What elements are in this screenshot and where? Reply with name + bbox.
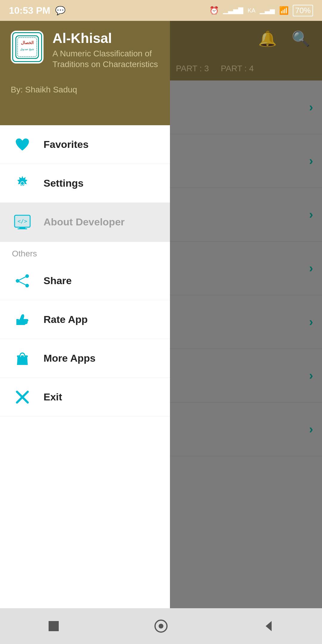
menu-item-settings[interactable]: Settings: [0, 164, 170, 203]
svg-line-16: [18, 281, 27, 286]
signal-icon-1: ▁▃▅▇: [223, 7, 243, 14]
nav-bar: [0, 608, 322, 644]
nav-square-button[interactable]: [42, 614, 66, 638]
status-time: 10:53 PM: [9, 5, 50, 16]
svg-rect-20: [49, 621, 59, 631]
whatsapp-icon: 💬: [55, 6, 66, 16]
app-author: By: Shaikh Saduq: [11, 85, 159, 95]
app-icon-svg: الخصال شيخ صدوق: [15, 35, 39, 59]
menu-item-rate-app[interactable]: Rate App: [0, 300, 170, 339]
settings-icon: [12, 173, 33, 194]
svg-rect-11: [18, 228, 27, 229]
share-label: Share: [44, 275, 72, 287]
drawer-menu: Favorites Settings </>: [0, 125, 170, 644]
app-icon: الخصال شيخ صدوق: [12, 32, 42, 62]
signal-icon-2: ▁▃▅: [260, 7, 275, 14]
svg-rect-0: [16, 36, 38, 58]
alarm-icon: ⏰: [209, 6, 219, 15]
menu-item-about-developer[interactable]: </> About Developer: [0, 203, 170, 242]
svg-marker-23: [266, 621, 272, 631]
app-name: Al-Khisal: [52, 31, 159, 46]
app-info-row: الخصال شيخ صدوق Al-Khisal A Numeric Clas…: [11, 31, 159, 70]
developer-icon: </>: [12, 212, 33, 233]
menu-item-share[interactable]: Share: [0, 261, 170, 300]
svg-text:شيخ صدوق: شيخ صدوق: [20, 47, 34, 51]
app-icon-wrapper: الخصال شيخ صدوق: [11, 31, 44, 64]
menu-item-exit[interactable]: Exit: [0, 378, 170, 417]
drawer: الخصال شيخ صدوق Al-Khisal A Numeric Clas…: [0, 0, 170, 644]
others-section-header: Others: [0, 242, 170, 261]
settings-label: Settings: [44, 177, 83, 189]
menu-item-more-apps[interactable]: More Apps: [0, 339, 170, 378]
favorites-label: Favorites: [44, 139, 89, 150]
status-bar: 10:53 PM 💬 ⏰ ▁▃▅▇ KA ▁▃▅ 📶 70%: [0, 0, 322, 21]
thumbsup-icon: [12, 309, 33, 330]
svg-rect-17: [17, 355, 28, 357]
svg-rect-10: [19, 227, 25, 228]
exit-label: Exit: [44, 391, 62, 403]
status-bar-left: 10:53 PM 💬: [9, 5, 66, 16]
app-subtitle: A Numeric Classification of Traditions o…: [52, 48, 159, 70]
battery-icon: 70%: [293, 5, 313, 16]
store-icon: [12, 348, 33, 369]
share-icon: [12, 270, 33, 291]
sim-icon: KA: [247, 7, 256, 14]
svg-point-6: [21, 182, 24, 185]
more-apps-label: More Apps: [44, 352, 95, 364]
rate-app-label: Rate App: [44, 314, 88, 325]
svg-text:</>: </>: [18, 218, 27, 224]
svg-point-22: [159, 624, 163, 628]
app-title-block: Al-Khisal A Numeric Classification of Tr…: [52, 31, 159, 70]
svg-line-15: [18, 276, 27, 281]
close-icon: [12, 387, 33, 408]
svg-text:الخصال: الخصال: [21, 40, 34, 45]
nav-back-button[interactable]: [256, 614, 280, 638]
wifi-icon: 📶: [279, 6, 289, 15]
heart-icon: [12, 134, 33, 155]
nav-home-button[interactable]: [149, 614, 173, 638]
menu-item-favorites[interactable]: Favorites: [0, 125, 170, 164]
about-developer-label: About Developer: [44, 216, 125, 228]
status-bar-right: ⏰ ▁▃▅▇ KA ▁▃▅ 📶 70%: [209, 5, 313, 16]
